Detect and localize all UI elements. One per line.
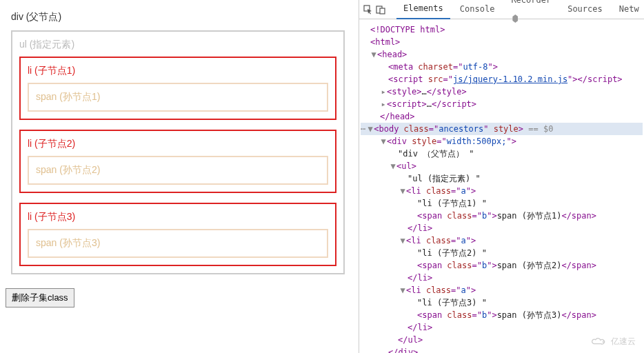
tab-network[interactable]: Netw (612, 0, 644, 19)
expand-icon[interactable]: ▼ (390, 160, 396, 172)
tree-row[interactable]: ▼<li class="a"> (361, 284, 643, 296)
tab-sources[interactable]: Sources (561, 0, 610, 19)
tree-row[interactable]: <!DOCTYPE html> (361, 23, 643, 36)
elements-tree[interactable]: <!DOCTYPE html> <html> ▼<head> <meta cha… (359, 19, 644, 353)
attr-value: ancestors (439, 124, 483, 134)
watermark-text: 亿速云 (611, 336, 636, 347)
expand-icon[interactable]: ▸ (380, 98, 387, 110)
text-node: span (孙节点2) (497, 261, 562, 270)
tree-row[interactable]: ▼<li class="a"> (361, 185, 643, 197)
watermark: 亿速云 (590, 336, 636, 347)
span-box: span (孙节点1) (28, 83, 328, 112)
tree-row[interactable]: ▼<head> (361, 48, 643, 61)
span-box: span (孙节点2) (28, 156, 328, 185)
text-node: "div （父节点） " (398, 149, 474, 159)
tree-row[interactable]: </head> (361, 110, 643, 123)
tree-row[interactable]: </li> (361, 321, 643, 334)
expand-icon[interactable]: ▸ (380, 85, 387, 98)
expand-icon[interactable]: ▼ (367, 123, 374, 135)
ul-label: ul (指定元素) (19, 39, 336, 51)
ellipsis: … (427, 99, 432, 109)
attr-value: a (461, 285, 465, 295)
devtools-pane: Elements Console Recorder Sources Netw <… (359, 0, 644, 353)
text-node: "li (子节点2) " (417, 248, 487, 258)
attr-value: a (461, 236, 465, 245)
tree-row[interactable]: <meta charset="utf-8"> (361, 61, 643, 73)
tree-row[interactable]: "li (子节点3) " (361, 296, 643, 309)
list-item: li (子节点2) span (孙节点2) (19, 130, 336, 193)
attr-value: utf-8 (463, 62, 487, 72)
inspect-icon[interactable] (363, 4, 373, 15)
tree-row[interactable]: ▸<style>…</style> (361, 85, 643, 98)
tree-row[interactable]: ▼<ul> (361, 160, 643, 172)
span-box: span (孙节点3) (28, 229, 328, 258)
li-label: li (子节点3) (28, 211, 328, 223)
ellipsis: … (422, 87, 427, 97)
tab-recorder-label: Recorder (511, 0, 551, 5)
text-node: "li (子节点3) " (417, 298, 487, 307)
tree-row[interactable]: "li (子节点2) " (361, 247, 643, 259)
attr-name: class (404, 124, 429, 134)
li-label: li (子节点1) (28, 65, 328, 77)
list-item: li (子节点3) span (孙节点3) (19, 203, 336, 266)
tree-row[interactable]: <span class="b">span (孙节点1)</span> (361, 210, 643, 222)
tree-row[interactable]: <span class="b">span (孙节点3)</span> (361, 309, 643, 321)
tree-row[interactable]: "li (子节点1) " (361, 197, 643, 210)
devtools-toolbar: Elements Console Recorder Sources Netw (359, 0, 644, 19)
expand-icon[interactable]: ▼ (380, 135, 387, 148)
svg-point-3 (603, 341, 605, 343)
tree-row[interactable]: ▼<li class="a"> (361, 234, 643, 247)
attr-name: style (494, 124, 519, 134)
expand-icon[interactable]: ▼ (399, 284, 406, 296)
li-label: li (子节点2) (28, 138, 328, 150)
attr-value-link[interactable]: js/jquery-1.10.2.min.js (453, 74, 567, 84)
tab-elements[interactable]: Elements (396, 0, 450, 19)
tree-row[interactable]: <html> (361, 36, 643, 48)
tree-row[interactable]: <span class="b">span (孙节点2)</span> (361, 259, 643, 272)
tree-row[interactable]: ▸<script>…</script> (361, 98, 643, 110)
attr-name: style (412, 137, 436, 146)
remove-class-button[interactable]: 删除子集class (6, 288, 74, 307)
text-node: span (孙节点3) (497, 310, 562, 320)
device-toggle-icon[interactable] (376, 4, 385, 15)
tab-console[interactable]: Console (453, 0, 502, 19)
ul-box: ul (指定元素) li (子节点1) span (孙节点1) li (子节点2… (11, 30, 345, 274)
text-node: "ul (指定元素) " (407, 174, 481, 183)
tree-row[interactable]: <script src="js/jquery-1.10.2.min.js"></… (361, 73, 643, 85)
expand-icon[interactable]: ▼ (370, 48, 377, 61)
rendered-page-pane: div (父节点) ul (指定元素) li (子节点1) span (孙节点1… (0, 0, 359, 353)
expand-icon[interactable]: ▼ (399, 234, 406, 247)
tree-row[interactable]: "div （父节点） " (361, 148, 643, 160)
div-parent: div (父节点) ul (指定元素) li (子节点1) span (孙节点1… (6, 6, 350, 280)
text-node: "li (子节点1) " (417, 199, 487, 208)
svg-rect-2 (380, 8, 385, 14)
expand-icon[interactable]: ▼ (399, 185, 406, 197)
tree-row[interactable]: ▼<div style="width:500px;"> (361, 135, 643, 148)
attr-name: src (428, 74, 443, 84)
attr-value: width:500px; (447, 137, 507, 146)
tree-row[interactable]: "ul (指定元素) " (361, 172, 643, 185)
cloud-icon (590, 337, 608, 347)
text-node: span (孙节点1) (497, 211, 562, 221)
attr-name: charset (418, 62, 453, 72)
list-item: li (子节点1) span (孙节点1) (19, 57, 336, 120)
attr-value: a (461, 186, 465, 196)
tree-row[interactable]: </li> (361, 272, 643, 284)
div-parent-label: div (父节点) (11, 11, 345, 23)
tree-row-selected[interactable]: ⋯▼<body class="ancestors" style> == $0 (361, 123, 643, 135)
tree-row[interactable]: </li> (361, 222, 643, 234)
selected-indicator: == $0 (528, 124, 553, 134)
